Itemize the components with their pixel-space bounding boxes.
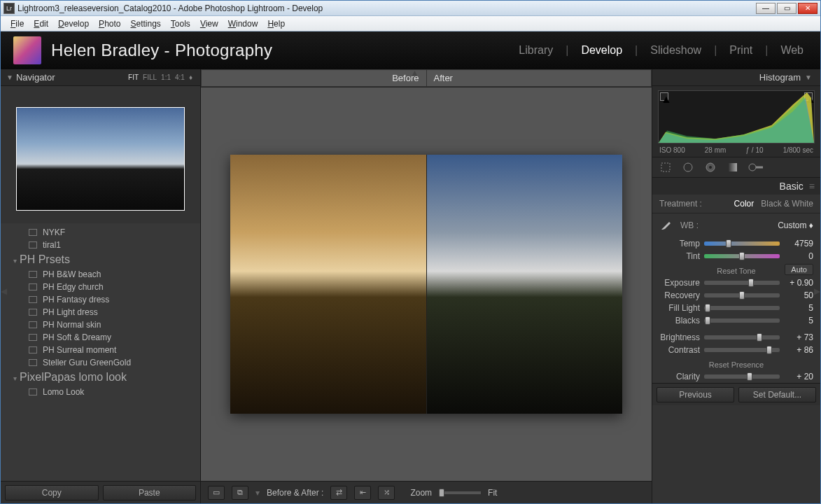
tone-slider[interactable] xyxy=(704,348,780,352)
tone-slider[interactable] xyxy=(704,318,780,323)
app-window: Lr Lightroom3_releaseversion_Catalog2010… xyxy=(0,0,821,504)
menu-file[interactable]: File xyxy=(6,18,28,30)
presence-slider[interactable] xyxy=(704,374,780,379)
copy-before-to-after-button[interactable]: ⇤ xyxy=(354,486,371,500)
copy-button[interactable]: Copy xyxy=(5,485,99,500)
histogram-canvas[interactable]: ▲ ▲ xyxy=(658,90,815,144)
paste-button[interactable]: Paste xyxy=(103,485,197,500)
menu-photo[interactable]: Photo xyxy=(94,18,125,30)
preset-item[interactable]: PH Normal skin xyxy=(1,318,200,331)
tint-value[interactable]: 0 xyxy=(784,251,813,261)
tone-label: Fill Light xyxy=(659,303,700,313)
close-button[interactable]: ✕ xyxy=(798,3,818,14)
temp-value[interactable]: 4759 xyxy=(784,239,813,248)
before-after-label: Before & After : xyxy=(267,488,323,498)
menu-settings[interactable]: Settings xyxy=(126,18,164,30)
histogram-header[interactable]: Histogram ▼ xyxy=(652,69,820,86)
compare-view-button[interactable]: ⧉ xyxy=(232,486,248,500)
zoom-slider[interactable] xyxy=(439,491,481,494)
loupe-view-button[interactable]: ▭ xyxy=(208,486,225,500)
menu-view[interactable]: View xyxy=(196,18,223,30)
minimize-button[interactable]: — xyxy=(756,3,776,14)
top-panel-toggle[interactable]: ▲ xyxy=(411,69,419,78)
module-slideshow[interactable]: Slideshow xyxy=(646,43,706,58)
tone-slider[interactable] xyxy=(704,335,780,340)
right-panel-toggle[interactable]: ▶ xyxy=(814,286,820,296)
tone-slider[interactable] xyxy=(704,281,780,285)
treatment-color[interactable]: Color xyxy=(734,199,755,209)
preset-item[interactable]: PH B&W beach xyxy=(1,268,200,281)
redeye-tool[interactable] xyxy=(703,160,718,175)
preset-icon xyxy=(29,321,37,328)
grad-filter-tool[interactable] xyxy=(725,160,741,175)
maximize-button[interactable]: ▭ xyxy=(777,3,797,14)
titlebar[interactable]: Lr Lightroom3_releaseversion_Catalog2010… xyxy=(1,1,820,16)
copy-after-to-before-button[interactable]: ⤮ xyxy=(378,486,395,500)
menu-develop[interactable]: Develop xyxy=(54,18,93,30)
tone-value[interactable]: + 73 xyxy=(784,332,813,342)
preset-item[interactable]: PH Edgy church xyxy=(1,281,200,293)
preset-icon xyxy=(29,229,37,236)
basic-header[interactable]: Basic ≡ xyxy=(652,178,820,195)
tone-slider[interactable] xyxy=(704,293,780,298)
eyedropper-icon[interactable] xyxy=(659,218,675,233)
zoom-4to1[interactable]: 4:1 xyxy=(173,74,187,81)
tone-slider[interactable] xyxy=(704,306,780,310)
hist-focal: 28 mm xyxy=(705,146,727,154)
navigator-header[interactable]: ▼ Navigator FIT FILL 1:1 4:1 ♦ xyxy=(1,69,200,86)
tone-value[interactable]: 5 xyxy=(784,303,813,313)
preset-group[interactable]: PixelPapas lomo look xyxy=(1,369,200,386)
preset-item[interactable]: PH Light dress xyxy=(1,306,200,318)
set-default-button[interactable]: Set Default... xyxy=(738,387,816,402)
preset-item[interactable]: Lomo Look xyxy=(1,386,200,398)
tone-value[interactable]: + 86 xyxy=(784,345,813,355)
zoom-menu-icon[interactable]: ♦ xyxy=(187,74,195,81)
zoom-label: Zoom xyxy=(410,488,432,498)
module-develop[interactable]: Develop xyxy=(577,43,626,58)
zoom-1to1[interactable]: 1:1 xyxy=(159,74,173,81)
menu-tools[interactable]: Tools xyxy=(167,18,195,30)
module-print[interactable]: Print xyxy=(725,43,757,58)
tone-value[interactable]: 50 xyxy=(784,290,813,300)
identity-plate-image xyxy=(13,36,41,64)
spot-tool[interactable] xyxy=(680,160,696,175)
swap-before-after-button[interactable]: ⇄ xyxy=(330,486,347,500)
hist-iso: ISO 800 xyxy=(659,146,685,154)
navigator-preview[interactable] xyxy=(1,86,200,223)
preset-item[interactable]: NYKF xyxy=(1,226,200,239)
preset-item[interactable]: PH Fantasy dress xyxy=(1,293,200,306)
menu-help[interactable]: Help xyxy=(263,18,289,30)
preset-item[interactable]: PH Soft & Dreamy xyxy=(1,331,200,344)
presets-panel: NYKF tiral1 PH Prsets PH B&W beach PH Ed… xyxy=(1,223,200,481)
preset-item[interactable]: tiral1 xyxy=(1,239,200,251)
hist-shutter: 1/800 sec xyxy=(783,146,813,154)
left-panel-toggle[interactable]: ◀ xyxy=(1,286,7,296)
preset-icon xyxy=(29,296,37,303)
brush-tool[interactable] xyxy=(748,160,763,175)
presence-value[interactable]: + 20 xyxy=(784,372,813,382)
tone-section: Reset ToneAuto xyxy=(652,262,820,276)
tone-value[interactable]: 5 xyxy=(784,316,813,326)
identity-plate-bar: Helen Bradley - Photography Library| Dev… xyxy=(1,31,820,69)
zoom-fill[interactable]: FILL xyxy=(141,74,159,81)
wb-select[interactable]: Custom ♦ xyxy=(778,220,813,230)
image-canvas[interactable] xyxy=(201,88,652,481)
preset-item[interactable]: PH Surreal moment xyxy=(1,344,200,356)
tone-value[interactable]: + 0.90 xyxy=(784,278,813,288)
temp-slider[interactable] xyxy=(704,241,780,246)
module-library[interactable]: Library xyxy=(514,43,557,58)
crop-tool[interactable] xyxy=(658,160,673,175)
zoom-fit[interactable]: FIT xyxy=(126,74,141,81)
preset-item[interactable]: Steller Guru GreenGold xyxy=(1,356,200,369)
module-web[interactable]: Web xyxy=(776,43,808,58)
preset-group[interactable]: PH Prsets xyxy=(1,251,200,268)
menu-edit[interactable]: Edit xyxy=(29,18,52,30)
previous-button[interactable]: Previous xyxy=(657,387,734,402)
temp-label: Temp xyxy=(659,239,700,248)
menu-window[interactable]: Window xyxy=(224,18,262,30)
auto-tone-button[interactable]: Auto xyxy=(785,264,813,275)
tint-slider[interactable] xyxy=(704,254,780,258)
panel-switch-icon[interactable]: ≡ xyxy=(809,181,815,192)
svg-rect-0 xyxy=(661,163,670,172)
treatment-bw[interactable]: Black & White xyxy=(761,199,813,209)
